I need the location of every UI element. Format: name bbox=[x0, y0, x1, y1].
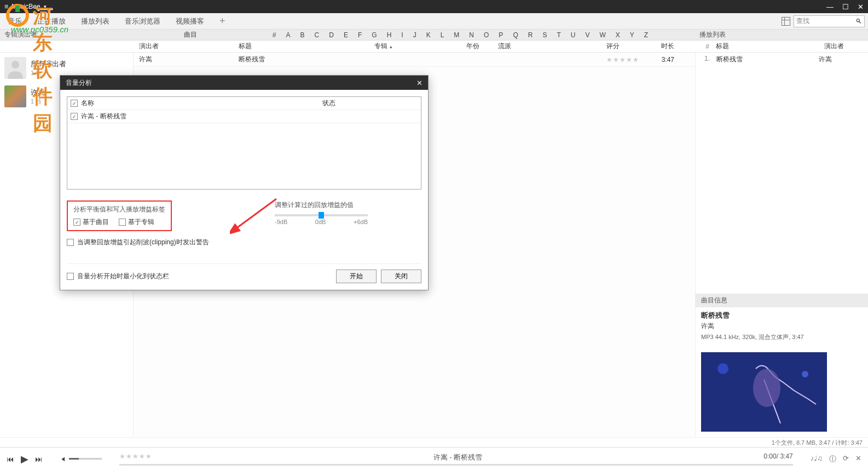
slider-thumb[interactable] bbox=[319, 212, 324, 219]
player-rating[interactable]: ★★★★★ bbox=[119, 452, 152, 462]
menu-video[interactable]: 视频播客 bbox=[168, 13, 212, 29]
header-title[interactable]: 标题 bbox=[233, 42, 369, 51]
playlist-row[interactable]: 1. 断桥残雪 许嵩 bbox=[696, 53, 868, 66]
alpha-w[interactable]: W bbox=[599, 31, 605, 39]
playlist-idx: 1. bbox=[701, 55, 710, 64]
search-box[interactable]: 查找 🔍︎ bbox=[794, 15, 865, 27]
volume-control[interactable]: 🔈︎ bbox=[60, 455, 102, 463]
alpha-a[interactable]: A bbox=[286, 31, 291, 39]
track-rating[interactable]: ★★★★★ bbox=[601, 56, 650, 64]
dialog-close-icon[interactable]: ✕ bbox=[416, 79, 423, 87]
time-label: 0:00/ 3:47 bbox=[763, 452, 792, 462]
now-playing-label: 许嵩 - 断桥残雪 bbox=[152, 452, 763, 462]
close-button[interactable]: ✕ bbox=[858, 3, 864, 11]
sidebar-item-label: 许嵩 bbox=[31, 88, 45, 98]
alpha-b[interactable]: B bbox=[300, 31, 305, 39]
alpha-v[interactable]: V bbox=[585, 31, 589, 39]
header-pl-idx[interactable]: # bbox=[701, 43, 709, 50]
menu-add-tab[interactable]: + bbox=[212, 13, 233, 29]
header-rating[interactable]: 评分 bbox=[601, 42, 650, 51]
track-info-meta: MP3 44.1 kHz, 320k, 混合立体声, 3:47 bbox=[701, 333, 863, 341]
alpha-d[interactable]: D bbox=[329, 31, 334, 39]
minimize-button[interactable]: — bbox=[826, 3, 834, 11]
annotation-arrow bbox=[230, 196, 285, 234]
listbox-row[interactable]: 许嵩 - 断桥残雪 bbox=[67, 110, 421, 123]
alpha-i[interactable]: I bbox=[401, 31, 403, 39]
alpha-h[interactable]: H bbox=[387, 31, 392, 39]
row-status bbox=[322, 112, 418, 121]
start-button[interactable]: 开始 bbox=[336, 270, 377, 283]
header-album[interactable]: 专辑▴ bbox=[369, 42, 461, 51]
alpha-p[interactable]: P bbox=[499, 31, 503, 39]
header-genre[interactable]: 流派 bbox=[493, 42, 601, 51]
minimize-option[interactable]: 音量分析开始时最小化到状态栏 bbox=[67, 272, 169, 281]
prev-button[interactable]: ⏮︎ bbox=[7, 455, 14, 463]
repeat-icon[interactable]: ⟳ bbox=[843, 454, 849, 464]
gain-label: 调整计算过的回放增益的值 bbox=[275, 200, 368, 210]
gain-slider[interactable] bbox=[275, 214, 368, 216]
alpha-t[interactable]: T bbox=[557, 31, 560, 39]
alpha-f[interactable]: F bbox=[358, 31, 362, 39]
alpha-y[interactable]: Y bbox=[630, 31, 634, 39]
listbox-col-status[interactable]: 状态 bbox=[322, 99, 418, 108]
lastfm-icon[interactable]: ⓛ bbox=[829, 454, 836, 464]
minimize-checkbox[interactable] bbox=[67, 273, 74, 280]
alpha-q[interactable]: Q bbox=[513, 31, 518, 39]
track-row[interactable]: 许嵩 断桥残雪 ★★★★★ 3:47 bbox=[134, 53, 695, 67]
svg-point-2 bbox=[717, 363, 728, 374]
app-title-block: ≡ MusicBee ▾ bbox=[4, 3, 47, 10]
alpha-j[interactable]: J bbox=[413, 31, 416, 39]
close-button[interactable]: 关闭 bbox=[381, 270, 421, 283]
header-pl-title[interactable]: 标题 bbox=[716, 42, 818, 51]
equalizer-icon[interactable]: ♪♩♫ bbox=[811, 454, 823, 464]
listbox-col-name[interactable]: 名称 bbox=[81, 99, 94, 108]
header-length[interactable]: 时长 bbox=[650, 42, 674, 51]
sidebar-header: 专辑演出者 bbox=[0, 30, 134, 40]
layout-icon[interactable] bbox=[782, 17, 790, 26]
menu-playlists[interactable]: 播放列表 bbox=[73, 13, 117, 29]
column-strip: 专辑演出者 曲目 # A B C D E F G H I J K L M N O… bbox=[0, 30, 868, 41]
search-placeholder: 查找 bbox=[796, 16, 855, 26]
avatar-icon bbox=[4, 57, 26, 79]
search-icon[interactable]: 🔍︎ bbox=[855, 18, 862, 25]
alpha-e[interactable]: E bbox=[344, 31, 348, 39]
alpha-k[interactable]: K bbox=[426, 31, 431, 39]
volume-slider[interactable] bbox=[69, 458, 102, 460]
chevron-down-icon[interactable]: ▾ bbox=[44, 4, 47, 9]
dialog-titlebar[interactable]: 音量分析 ✕ bbox=[60, 76, 428, 90]
alpha-x[interactable]: X bbox=[616, 31, 620, 39]
alpha-u[interactable]: U bbox=[571, 31, 576, 39]
row-checkbox[interactable] bbox=[71, 113, 78, 120]
next-button[interactable]: ⏭︎ bbox=[35, 455, 43, 463]
hamburger-icon[interactable]: ≡ bbox=[4, 3, 8, 10]
menu-music[interactable]: 音乐 bbox=[0, 13, 30, 29]
clipping-checkbox[interactable] bbox=[67, 239, 74, 246]
alpha-s[interactable]: S bbox=[542, 31, 547, 39]
by-album-option[interactable]: 基于专辑 bbox=[119, 217, 154, 227]
status-bar: 1个文件, 8.7 MB, 3:47 / 计时: 3:47 bbox=[0, 437, 868, 447]
header-artist[interactable]: 演出者 bbox=[134, 42, 233, 51]
progress-bar[interactable] bbox=[119, 464, 793, 466]
playlist-header: 播放列表 bbox=[695, 30, 868, 40]
alpha-m[interactable]: M bbox=[454, 31, 459, 39]
alpha-z[interactable]: Z bbox=[644, 31, 648, 39]
shuffle-icon[interactable]: ✕ bbox=[855, 454, 861, 464]
select-all-checkbox[interactable] bbox=[71, 100, 78, 107]
alpha-o[interactable]: O bbox=[484, 31, 489, 39]
alpha-g[interactable]: G bbox=[372, 31, 377, 39]
alpha-l[interactable]: L bbox=[441, 31, 444, 39]
header-pl-artist[interactable]: 演出者 bbox=[824, 42, 868, 51]
alpha-c[interactable]: C bbox=[315, 31, 320, 39]
play-button[interactable]: ▶︎ bbox=[21, 453, 28, 465]
by-album-checkbox[interactable] bbox=[119, 219, 126, 226]
menu-browser[interactable]: 音乐浏览器 bbox=[117, 13, 168, 29]
alpha-r[interactable]: R bbox=[528, 31, 533, 39]
alpha-n[interactable]: N bbox=[469, 31, 474, 39]
by-track-option[interactable]: 基于曲目 bbox=[73, 217, 109, 227]
maximize-button[interactable]: ☐ bbox=[842, 3, 849, 11]
header-year[interactable]: 年份 bbox=[461, 42, 493, 51]
clipping-warning-option[interactable]: 当调整回放增益引起削波(clipping)时发出警告 bbox=[67, 238, 421, 247]
by-track-checkbox[interactable] bbox=[73, 219, 80, 226]
menu-nowplaying[interactable]: 正在播放 bbox=[30, 13, 73, 29]
alpha-hash[interactable]: # bbox=[273, 31, 276, 39]
